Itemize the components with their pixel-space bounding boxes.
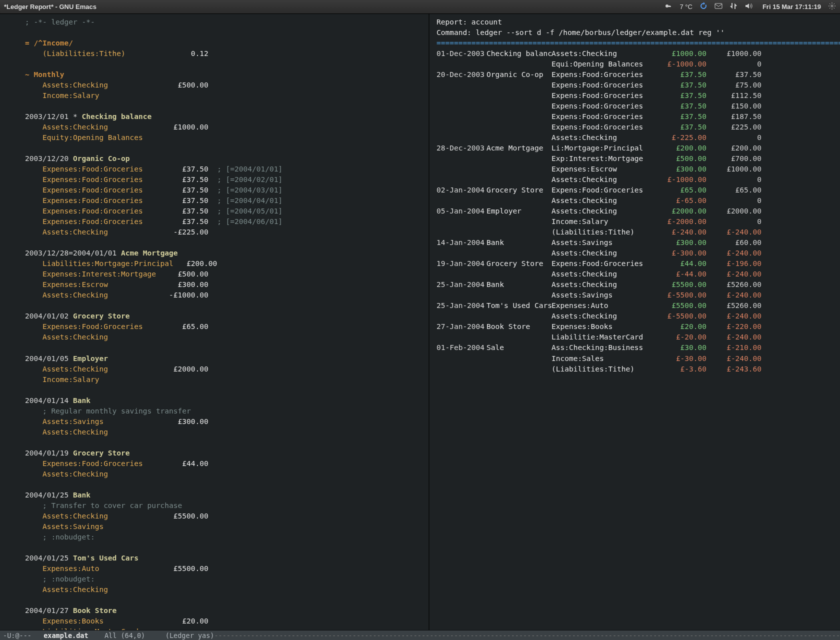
ledger-amount: £65.00 xyxy=(164,322,208,330)
ledger-account: Expenses:Books xyxy=(42,617,164,625)
mode-line-flags: -U:@--- xyxy=(3,632,40,640)
ledger-note: ; [=2004/04/01] xyxy=(217,196,282,204)
ledger-amount: £44.00 xyxy=(164,460,208,468)
report-balance: £-210.00 xyxy=(706,342,762,353)
report-account: Expenses:Auto xyxy=(552,300,652,311)
ledger-payee: Employer xyxy=(73,354,108,362)
report-balance: £5260.00 xyxy=(706,280,762,290)
report-amount: £-300.00 xyxy=(652,248,706,258)
ledger-payee: Checking balance xyxy=(82,112,152,120)
ledger-amount: £200.00 xyxy=(174,260,217,268)
ledger-amount: £1000.00 xyxy=(164,123,208,131)
buffer-name: example.dat xyxy=(44,632,88,640)
report-amount: £44.00 xyxy=(652,258,706,269)
report-row: Expenses:Escrow£300.00£1000.00 xyxy=(436,164,835,174)
report-payee: Sale xyxy=(486,342,552,353)
volume-icon[interactable] xyxy=(744,2,752,12)
ledger-account: Expenses:Food:Groceries xyxy=(42,460,164,468)
report-payee: Employer xyxy=(486,206,552,216)
report-date: 25-Jan-2004 xyxy=(436,300,486,311)
report-amount: £37.50 xyxy=(652,80,706,90)
ledger-payee: Tom's Used Cars xyxy=(73,554,138,562)
report-amount: £-65.00 xyxy=(652,196,706,206)
ledger-date: 2004/01/14 xyxy=(25,396,73,404)
ledger-amount: £5500.00 xyxy=(164,512,208,520)
report-payee xyxy=(486,311,552,322)
report-row: 28-Dec-2003Acme MortgageLi:Mortgage:Prin… xyxy=(436,143,835,154)
report-account: Assets:Checking xyxy=(552,132,652,143)
report-amount: £-30.00 xyxy=(652,354,706,364)
ledger-source-buffer[interactable]: ; -*- ledger -*- = /^Income/ (Liabilitie… xyxy=(0,14,430,630)
report-row: Assets:Checking£-300.00£-240.00 xyxy=(436,248,835,258)
report-row: Exp:Interest:Mortgage£500.00£700.00 xyxy=(436,154,835,164)
ledger-date: 2004/01/02 xyxy=(25,312,73,320)
report-date xyxy=(436,132,486,143)
report-payee xyxy=(486,216,552,227)
ledger-directive: = /^Income/ xyxy=(25,39,73,47)
refresh-icon[interactable] xyxy=(700,2,708,12)
report-payee xyxy=(486,174,552,185)
report-row: Expens:Food:Groceries£37.50£150.00 xyxy=(436,101,835,112)
report-payee xyxy=(486,354,552,364)
ledger-date: 2003/12/01 * xyxy=(25,112,82,120)
report-row: Expens:Food:Groceries£37.50£225.00 xyxy=(436,122,835,132)
report-balance: £-240.00 xyxy=(706,269,762,280)
report-date xyxy=(436,332,486,342)
report-account: Expens:Food:Groceries xyxy=(552,90,652,101)
report-date xyxy=(436,59,486,70)
report-balance: £-240.00 xyxy=(706,332,762,342)
ledger-amount: £300.00 xyxy=(164,280,208,288)
system-top-bar: *Ledger Report* - GNU Emacs 7 °C Fri 15 … xyxy=(0,0,840,14)
report-account: (Liabilities:Tithe) xyxy=(552,364,652,374)
report-command: Command: ledger --sort d -f /home/borbus… xyxy=(436,28,724,36)
report-payee: Organic Co-op xyxy=(486,70,552,80)
report-balance: £37.50 xyxy=(706,70,762,80)
weather-icon[interactable] xyxy=(664,2,672,12)
report-row: (Liabilities:Tithe)£-3.60£-243.60 xyxy=(436,364,835,374)
mail-icon[interactable] xyxy=(714,2,722,12)
report-payee xyxy=(486,132,552,143)
ledger-account: Assets:Savings xyxy=(42,522,164,530)
ledger-account: Assets:Checking xyxy=(42,365,164,373)
ledger-report-buffer[interactable]: Report: account Command: ledger --sort d… xyxy=(430,14,840,630)
report-account: Liabilitie:MasterCard xyxy=(552,332,652,342)
report-row: 01-Feb-2004SaleAss:Checking:Business£30.… xyxy=(436,342,835,353)
report-date: 20-Dec-2003 xyxy=(436,70,486,80)
report-balance: £-196.00 xyxy=(706,258,762,269)
report-balance: 0 xyxy=(706,216,762,227)
report-payee: Bank xyxy=(486,238,552,248)
report-date: 01-Feb-2004 xyxy=(436,342,486,353)
report-row: Assets:Checking£-5500.00£-240.00 xyxy=(436,311,835,322)
report-account: Equi:Opening Balances xyxy=(552,59,652,70)
settings-gear-icon[interactable] xyxy=(828,2,836,12)
mode-line-left[interactable]: -U:@--- example.dat All (64,0) (Ledger y… xyxy=(0,630,840,640)
network-icon[interactable] xyxy=(730,2,738,12)
report-balance: £1000.00 xyxy=(706,164,762,174)
report-row: 02-Jan-2004Grocery StoreExpens:Food:Groc… xyxy=(436,185,835,196)
ledger-payee: Grocery Store xyxy=(73,312,130,320)
report-amount: £37.50 xyxy=(652,112,706,122)
ledger-account: Expenses:Auto xyxy=(42,564,164,572)
ledger-amount: £37.50 xyxy=(164,165,208,173)
ledger-amount: -£225.00 xyxy=(164,228,208,236)
clock[interactable]: Fri 15 Mar 17:11:19 xyxy=(762,3,821,10)
mode-line-fill: ----------------------------------------… xyxy=(214,632,840,640)
ledger-account: Expenses:Escrow xyxy=(42,280,164,288)
ledger-date: 2003/12/20 xyxy=(25,154,73,162)
report-account: Assets:Savings xyxy=(552,290,652,300)
report-balance: 0 xyxy=(706,196,762,206)
ledger-note: ; [=2004/06/01] xyxy=(217,218,282,226)
ledger-note: ; [=2004/05/01] xyxy=(217,207,282,215)
report-row: Expens:Food:Groceries£37.50£75.00 xyxy=(436,80,835,90)
report-balance: £-240.00 xyxy=(706,311,762,322)
ledger-account: Assets:Checking xyxy=(42,586,164,594)
ledger-account: Income:Salary xyxy=(42,376,164,384)
report-balance: 0 xyxy=(706,174,762,185)
ledger-account: Expenses:Food:Groceries xyxy=(42,165,164,173)
emacs-frame: ; -*- ledger -*- = /^Income/ (Liabilitie… xyxy=(0,14,840,630)
ledger-account: Assets:Checking xyxy=(42,123,164,131)
report-row: Expens:Food:Groceries£37.50£187.50 xyxy=(436,112,835,122)
report-amount: £20.00 xyxy=(652,322,706,332)
report-account: Assets:Checking xyxy=(552,280,652,290)
report-account: Income:Sales xyxy=(552,354,652,364)
